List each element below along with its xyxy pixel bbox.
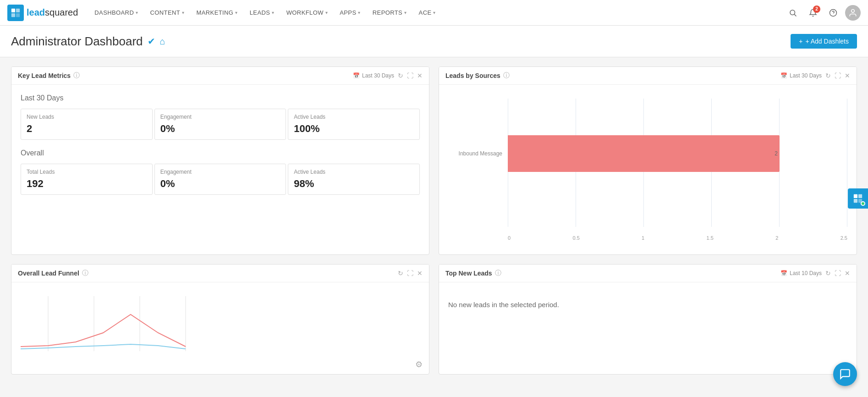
nav-item-leads[interactable]: LEADS ▾ (244, 0, 280, 26)
svg-rect-2 (11, 13, 15, 17)
close-icon-sources[interactable]: ✕ (845, 72, 850, 79)
total-leads-label: Total Leads (27, 169, 147, 175)
svg-rect-0 (11, 8, 15, 12)
home-icon[interactable]: ⌂ (160, 36, 165, 47)
nav-item-dashboard[interactable]: DASHBOARD ▾ (89, 0, 143, 26)
dashlet-controls-funnel: ↻ ⛶ ✕ (398, 270, 423, 277)
logo-icon (7, 5, 24, 21)
gear-icon[interactable]: ⚙ (415, 360, 423, 369)
chevron-down-icon: ▾ (272, 10, 274, 15)
key-lead-metrics-title: Key Lead Metrics (18, 72, 71, 79)
new-leads-cell: New Leads 2 (21, 109, 153, 140)
new-leads-value: 2 (27, 123, 147, 135)
date-range-leads[interactable]: 📅 Last 10 Days (780, 270, 822, 276)
add-dashlets-button[interactable]: + + Add Dashlets (791, 34, 857, 49)
expand-icon-leads[interactable]: ⛶ (835, 270, 841, 277)
total-leads-value: 192 (27, 178, 147, 190)
refresh-icon-sources[interactable]: ↻ (825, 72, 831, 79)
overall-lead-funnel-title: Overall Lead Funnel (18, 270, 79, 277)
overall-lead-funnel-card: Overall Lead Funnel ⓘ ↻ ⛶ ✕ (11, 264, 429, 375)
logo[interactable]: leadsquared (7, 5, 78, 21)
date-range[interactable]: 📅 Last 30 Days (353, 72, 394, 79)
no-leads-message: No new leads in the selected period. (439, 282, 857, 327)
bar-item: Inbound Message 2 (448, 135, 847, 172)
chat-button[interactable] (833, 362, 857, 384)
bar-label: Inbound Message (448, 150, 508, 157)
close-icon-leads[interactable]: ✕ (845, 270, 850, 277)
plus-icon: + (799, 38, 802, 45)
key-lead-metrics-header: Key Lead Metrics ⓘ 📅 Last 30 Days ↻ ⛶ ✕ (11, 67, 429, 85)
x-label-1: 0.5 (572, 235, 579, 241)
active-leads-cell-30: Active Leads 100% (288, 109, 420, 140)
search-button[interactable] (785, 5, 801, 21)
side-panel-button[interactable] (848, 188, 868, 209)
verified-icon: ✔ (148, 36, 155, 47)
engagement-label-30: Engagement (160, 114, 280, 120)
funnel-chart (21, 287, 420, 365)
bar-wrapper: 2 (508, 135, 847, 172)
nav-item-ace[interactable]: ACE ▾ (413, 0, 441, 26)
overall-grid: Total Leads 192 Engagement 0% Active Lea… (21, 164, 420, 195)
refresh-icon-funnel[interactable]: ↻ (398, 270, 403, 277)
info-icon-sources[interactable]: ⓘ (503, 72, 510, 80)
expand-icon[interactable]: ⛶ (407, 72, 413, 79)
engagement-value-30: 0% (160, 123, 280, 135)
bar-value: 2 (775, 150, 778, 157)
active-leads-value-overall: 98% (294, 178, 414, 190)
navbar: leadsquared DASHBOARD ▾ CONTENT ▾ MARKET… (0, 0, 868, 26)
svg-line-5 (794, 14, 796, 16)
engagement-label-overall: Engagement (160, 169, 280, 175)
top-new-leads-title: Top New Leads (445, 270, 492, 277)
refresh-icon[interactable]: ↻ (398, 72, 403, 79)
refresh-icon-leads[interactable]: ↻ (825, 270, 831, 277)
close-icon-funnel[interactable]: ✕ (417, 270, 423, 277)
nav-item-marketing[interactable]: MARKETING ▾ (191, 0, 243, 26)
chevron-down-icon: ▾ (325, 10, 328, 15)
new-leads-label: New Leads (27, 114, 147, 120)
expand-icon-sources[interactable]: ⛶ (835, 72, 841, 79)
bar-row: Inbound Message 2 (448, 135, 847, 172)
expand-icon-funnel[interactable]: ⛶ (407, 270, 413, 277)
svg-rect-15 (854, 199, 857, 203)
period-label: Last 30 Days (21, 94, 420, 102)
calendar-icon: 📅 (353, 72, 360, 79)
info-icon[interactable]: ⓘ (73, 72, 80, 80)
info-icon-leads[interactable]: ⓘ (495, 269, 501, 277)
total-leads-cell: Total Leads 192 (21, 164, 153, 195)
date-range-sources[interactable]: 📅 Last 30 Days (780, 72, 822, 79)
bar-fill (508, 135, 780, 172)
svg-rect-13 (854, 194, 857, 198)
notifications-button[interactable]: 2 (805, 5, 821, 21)
side-panel[interactable] (848, 188, 868, 209)
close-icon[interactable]: ✕ (417, 72, 423, 79)
chevron-down-icon: ▾ (136, 10, 138, 15)
chevron-down-icon: ▾ (358, 10, 360, 15)
svg-point-8 (852, 9, 855, 12)
user-avatar[interactable] (845, 5, 861, 21)
x-label-4: 2 (775, 235, 778, 241)
nav-item-reports[interactable]: REPORTS ▾ (367, 0, 412, 26)
overall-lead-funnel-body: ⚙ (11, 282, 429, 374)
engagement-cell-overall: Engagement 0% (154, 164, 286, 195)
svg-point-4 (790, 10, 795, 15)
gear-settings[interactable]: ⚙ (415, 359, 423, 369)
leads-by-sources-card: Leads by Sources ⓘ 📅 Last 30 Days ↻ ⛶ ✕ (439, 66, 857, 255)
dashlet-title-group: Key Lead Metrics ⓘ (18, 72, 80, 80)
dashlet-title-group-sources: Leads by Sources ⓘ (445, 72, 510, 80)
x-label-5: 2.5 (841, 235, 847, 241)
engagement-value-overall: 0% (160, 178, 280, 190)
info-icon-funnel[interactable]: ⓘ (82, 269, 88, 277)
active-leads-value-30: 100% (294, 123, 414, 135)
nav-item-content[interactable]: CONTENT ▾ (145, 0, 190, 26)
svg-rect-14 (858, 194, 862, 198)
logo-text: leadsquared (27, 7, 78, 18)
chevron-down-icon: ▾ (182, 10, 184, 15)
leads-by-sources-title: Leads by Sources (445, 72, 500, 79)
nav-item-workflow[interactable]: WORKFLOW ▾ (281, 0, 334, 26)
x-label-3: 1.5 (707, 235, 714, 241)
nav-item-apps[interactable]: APPS ▾ (334, 0, 366, 26)
help-button[interactable] (825, 5, 841, 21)
overall-lead-funnel-header: Overall Lead Funnel ⓘ ↻ ⛶ ✕ (11, 265, 429, 282)
calendar-icon-sources: 📅 (780, 72, 787, 79)
key-lead-metrics-card: Key Lead Metrics ⓘ 📅 Last 30 Days ↻ ⛶ ✕ … (11, 66, 429, 255)
